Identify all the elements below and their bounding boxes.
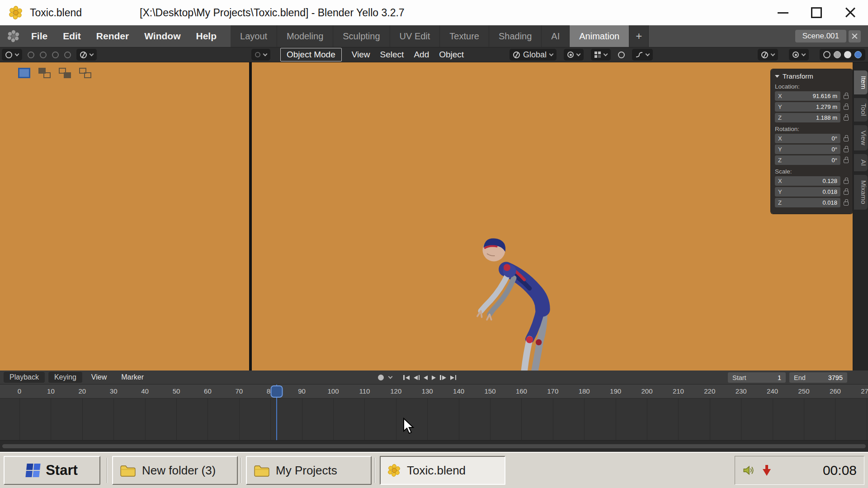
sidebar-tab-view[interactable]: View xyxy=(854,125,868,150)
lock-icon[interactable] xyxy=(844,106,849,110)
header-icon[interactable] xyxy=(40,52,47,58)
shading-rendered-icon[interactable] xyxy=(854,51,862,58)
viewport-header: Object Mode View Select Add Object Globa… xyxy=(0,47,868,62)
lock-icon[interactable] xyxy=(844,180,849,184)
menu-file[interactable]: File xyxy=(24,25,55,47)
mode-selector[interactable]: Object Mode xyxy=(280,48,342,61)
rotation-x-row: X 0° xyxy=(775,134,849,143)
lock-icon[interactable] xyxy=(844,159,849,163)
location-z-field[interactable]: Z 1.188 m xyxy=(775,113,840,122)
shading-material-icon[interactable] xyxy=(844,51,851,58)
menu-add[interactable]: Add xyxy=(414,50,429,60)
workspace-tab-shading[interactable]: Shading xyxy=(489,25,542,47)
lock-icon[interactable] xyxy=(844,117,849,121)
taskbar-button-new-folder[interactable]: New folder (3) xyxy=(112,456,238,485)
taskbar-button-my-projects[interactable]: My Projects xyxy=(246,456,372,485)
proportional-falloff-dropdown[interactable] xyxy=(632,49,653,61)
workspace-tab-layout[interactable]: Layout xyxy=(231,25,277,47)
layout-preset-icon[interactable] xyxy=(79,68,91,78)
start-frame-field[interactable]: Start 1 xyxy=(728,372,786,383)
editor-type-dropdown[interactable] xyxy=(2,49,22,61)
header-icon[interactable] xyxy=(28,52,34,58)
playhead-head[interactable] xyxy=(271,385,283,398)
viewport-area[interactable]: Transform Location: X 91.616 m Y 1.279 m… xyxy=(0,62,868,371)
lock-icon[interactable] xyxy=(844,137,849,141)
jump-to-end-button[interactable] xyxy=(450,373,457,382)
blender-menu-logo-icon[interactable] xyxy=(7,30,20,42)
timeline-ruler[interactable]: 0102030405060708090100110120130140150160… xyxy=(0,385,868,399)
shading-wireframe-icon[interactable] xyxy=(823,51,830,58)
menu-object[interactable]: Object xyxy=(439,50,464,60)
auto-keying-button[interactable] xyxy=(378,375,384,380)
workspace-tab-modeling[interactable]: Modeling xyxy=(277,25,333,47)
layout-preset-active-icon[interactable] xyxy=(18,68,30,78)
red-arrow-icon[interactable] xyxy=(761,464,772,477)
overlays-dropdown[interactable] xyxy=(789,49,809,61)
pivot-point-dropdown[interactable] xyxy=(564,49,584,61)
rotation-x-field[interactable]: X 0° xyxy=(775,134,840,143)
area-splitter[interactable] xyxy=(249,62,252,371)
jump-to-start-button[interactable] xyxy=(403,373,410,382)
add-workspace-button[interactable]: + xyxy=(629,25,649,47)
playback-menu[interactable]: Playback xyxy=(4,372,45,383)
rotation-y-field[interactable]: Y 0° xyxy=(775,145,840,154)
sidebar-tab-mixamo[interactable]: Mixamo xyxy=(854,175,868,210)
lock-icon[interactable] xyxy=(844,191,849,195)
scene-unlink-button[interactable] xyxy=(849,30,861,42)
next-keyframe-button[interactable] xyxy=(440,373,446,382)
timeline-grid[interactable] xyxy=(0,399,868,440)
layout-preset-icon[interactable] xyxy=(38,68,51,78)
workspace-tab-animation[interactable]: Animation xyxy=(570,25,629,47)
scale-x-field[interactable]: X 0.128 xyxy=(775,176,840,186)
timeline-view-menu[interactable]: View xyxy=(86,373,112,381)
close-button[interactable] xyxy=(844,7,856,19)
shading-solid-icon[interactable] xyxy=(834,51,841,58)
editor-type-dropdown-right[interactable] xyxy=(251,49,270,61)
menu-window[interactable]: Window xyxy=(137,25,188,47)
speaker-icon[interactable] xyxy=(742,464,755,477)
end-frame-field[interactable]: End 3795 xyxy=(789,372,847,383)
prev-keyframe-button[interactable] xyxy=(414,373,420,382)
workspace-tab-sculpting[interactable]: Sculpting xyxy=(333,25,390,47)
menu-select[interactable]: Select xyxy=(380,50,404,60)
sidebar-tab-ai[interactable]: AI xyxy=(854,154,868,171)
header-icon[interactable] xyxy=(64,52,71,58)
sidebar-tab-item[interactable]: Item xyxy=(854,70,868,94)
taskbar-button-toxic-blend[interactable]: Toxic.blend xyxy=(380,456,505,485)
menu-view[interactable]: View xyxy=(352,50,370,60)
scene-name-field[interactable]: Scene.001 xyxy=(795,30,846,42)
timeline-marker-menu[interactable]: Marker xyxy=(116,373,149,381)
maximize-button[interactable] xyxy=(811,7,822,18)
layout-preset-icon[interactable] xyxy=(59,68,71,78)
scale-z-field[interactable]: Z 0.018 xyxy=(775,198,840,207)
lock-icon[interactable] xyxy=(844,202,849,206)
menu-help[interactable]: Help xyxy=(189,25,225,47)
rotation-z-row: Z 0° xyxy=(775,155,849,165)
lock-icon[interactable] xyxy=(844,148,849,152)
horizontal-scrollbar[interactable] xyxy=(2,444,866,448)
menu-render[interactable]: Render xyxy=(89,25,137,47)
keying-menu[interactable]: Keying xyxy=(48,372,82,383)
location-y-field[interactable]: Y 1.279 m xyxy=(775,102,840,112)
rotation-z-field[interactable]: Z 0° xyxy=(775,155,840,165)
proportional-editing-icon[interactable] xyxy=(618,52,625,58)
view-orb-dropdown[interactable] xyxy=(76,49,97,61)
header-icon[interactable] xyxy=(52,52,59,58)
transform-orientation-dropdown[interactable]: Global xyxy=(509,49,557,61)
frame-grid-line xyxy=(459,399,459,440)
location-x-field[interactable]: X 91.616 m xyxy=(775,91,840,101)
gizmos-dropdown[interactable] xyxy=(758,49,778,61)
lock-icon[interactable] xyxy=(844,95,849,99)
sidebar-tab-tool[interactable]: Tool xyxy=(854,98,868,122)
play-button[interactable] xyxy=(432,373,436,382)
menu-edit[interactable]: Edit xyxy=(55,25,89,47)
workspace-tab-texture[interactable]: Texture xyxy=(440,25,489,47)
transform-panel-header[interactable]: Transform xyxy=(775,72,849,80)
snapping-dropdown[interactable] xyxy=(591,49,611,61)
workspace-tab-ai[interactable]: AI xyxy=(542,25,570,47)
play-reverse-button[interactable] xyxy=(424,373,428,382)
scale-y-field[interactable]: Y 0.018 xyxy=(775,187,840,197)
start-button[interactable]: Start xyxy=(4,456,100,485)
minimize-button[interactable] xyxy=(778,12,788,14)
workspace-tab-uv-edit[interactable]: UV Edit xyxy=(390,25,440,47)
